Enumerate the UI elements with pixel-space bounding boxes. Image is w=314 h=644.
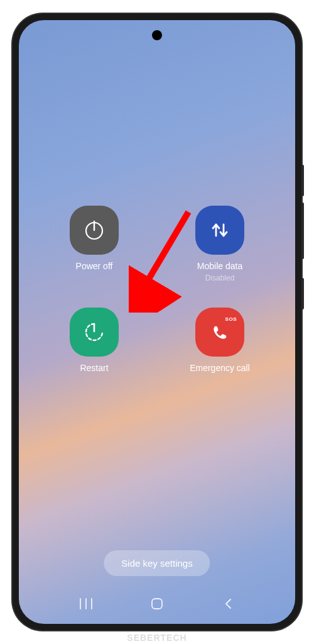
restart-icon [70, 308, 119, 357]
svg-rect-7 [152, 599, 162, 609]
mobile-data-label: Mobile data [197, 261, 242, 271]
side-key-settings-button[interactable]: Side key settings [104, 550, 210, 576]
camera-notch [152, 30, 162, 40]
phone-frame: Power off Mobile data Disabled [13, 14, 301, 630]
home-button[interactable] [144, 591, 170, 616]
power-off-icon [70, 206, 119, 255]
back-icon [224, 597, 232, 610]
power-menu: Power off Mobile data Disabled [60, 206, 254, 373]
side-key-settings-label: Side key settings [121, 558, 192, 569]
mobile-data-button[interactable]: Mobile data Disabled [185, 206, 254, 282]
recents-button[interactable] [73, 591, 99, 616]
emergency-call-label: Emergency call [190, 363, 250, 373]
home-icon [151, 597, 163, 610]
mobile-data-sublabel: Disabled [205, 274, 235, 282]
power-off-button[interactable]: Power off [60, 206, 129, 282]
physical-button [301, 165, 304, 196]
restart-label: Restart [80, 363, 108, 373]
back-button[interactable] [215, 591, 241, 616]
emergency-call-button[interactable]: SOS Emergency call [185, 308, 254, 373]
sos-badge: SOS [225, 316, 237, 322]
emergency-call-icon: SOS [195, 308, 244, 357]
recents-icon [79, 598, 93, 609]
navigation-bar [19, 591, 295, 616]
restart-button[interactable]: Restart [60, 308, 129, 373]
power-off-label: Power off [76, 261, 113, 271]
physical-button [301, 203, 304, 259]
mobile-data-icon [195, 206, 244, 255]
screen: Power off Mobile data Disabled [19, 20, 295, 624]
physical-button [301, 278, 304, 309]
watermark: SEBERTECH [127, 633, 187, 643]
